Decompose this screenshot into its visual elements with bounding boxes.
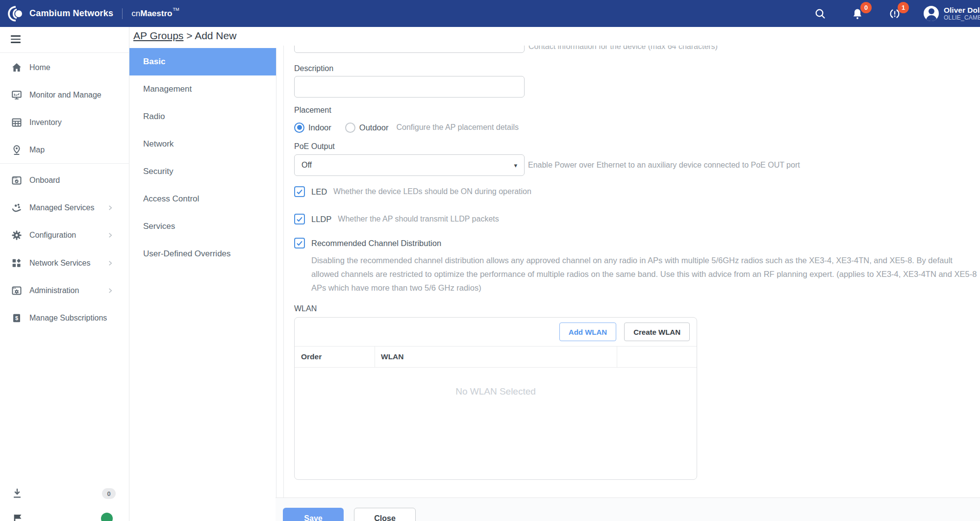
subscriptions-icon: $ <box>11 312 23 324</box>
breadcrumb-separator: > <box>186 30 192 41</box>
contact-helper-text: Contact information for the device (max … <box>528 46 718 51</box>
rcd-row: Recommended Channel Distribution <box>294 238 441 248</box>
notifications-badge: 0 <box>860 2 872 13</box>
breadcrumb-ap-groups-link[interactable]: AP Groups <box>133 30 183 41</box>
column-header-wlan: WLAN <box>375 347 617 367</box>
form-footer: Save Close <box>276 497 980 521</box>
led-label: LED <box>311 187 327 197</box>
placement-indoor-radio[interactable] <box>294 123 304 133</box>
poe-helper-text: Enable Power over Ethernet to an auxilia… <box>528 161 800 170</box>
placement-radio-group: Indoor Outdoor Configure the AP placemen… <box>294 122 519 133</box>
app-sidebar: Home Monitor and Manage Inventory Map <box>0 27 129 521</box>
home-icon <box>11 62 23 74</box>
lldp-label: LLDP <box>311 215 331 224</box>
sidebar-item-network-services[interactable]: Network Services <box>0 249 129 277</box>
lldp-row: LLDP Whether the AP should transmit LLDP… <box>294 214 499 224</box>
create-wlan-button[interactable]: Create WLAN <box>624 323 690 341</box>
tab-security[interactable]: Security <box>129 158 276 185</box>
user-menu[interactable]: Oliver Dola OLLIE_CAMBIU <box>944 6 980 22</box>
ap-group-tab-list: Basic Management Radio Network Security … <box>129 48 276 268</box>
sidebar-item-inventory[interactable]: Inventory <box>0 109 129 136</box>
sidebar-item-onboard[interactable]: Onboard <box>0 167 129 194</box>
brand-name: Cambium Networks <box>29 8 113 19</box>
save-button[interactable]: Save <box>283 508 344 521</box>
tab-column-border <box>276 48 276 497</box>
top-navbar: Cambium Networks cnMaestroTM 0 <box>0 0 980 27</box>
description-label: Description <box>294 64 333 73</box>
poe-output-label: PoE Output <box>294 142 335 151</box>
network-services-icon <box>11 257 23 269</box>
tab-management[interactable]: Management <box>129 75 276 103</box>
contact-input[interactable] <box>294 46 525 53</box>
sidebar-divider <box>0 52 129 53</box>
tab-services[interactable]: Services <box>129 213 276 240</box>
tab-network[interactable]: Network <box>129 130 276 158</box>
chevron-right-icon <box>107 204 114 211</box>
onboard-icon <box>11 174 23 186</box>
led-checkbox[interactable] <box>294 186 305 197</box>
svg-text:$: $ <box>15 315 18 321</box>
check-icon <box>296 239 303 247</box>
placement-outdoor-radio[interactable] <box>345 123 355 133</box>
map-pin-icon <box>11 144 23 156</box>
cambium-logo: Cambium Networks <box>6 4 113 24</box>
led-helper-text: Whether the device LEDs should be ON dur… <box>333 187 531 196</box>
sidebar-item-monitor-and-manage[interactable]: Monitor and Manage <box>0 81 129 109</box>
download-icon[interactable] <box>11 487 24 499</box>
placement-indoor-label: Indoor <box>308 123 331 132</box>
download-count-badge: 0 <box>102 488 116 499</box>
user-account: OLLIE_CAMBIU <box>944 15 980 22</box>
tab-access-control[interactable]: Access Control <box>129 185 276 213</box>
poe-output-value: Off <box>302 161 312 170</box>
sidebar-item-home[interactable]: Home <box>0 54 129 81</box>
lldp-checkbox[interactable] <box>294 214 305 224</box>
dropdown-caret-icon: ▾ <box>514 162 517 169</box>
header-divider <box>122 8 123 19</box>
menu-toggle-icon[interactable] <box>11 34 23 44</box>
sync-status-icon[interactable]: 1 <box>887 6 902 21</box>
notifications-bell-icon[interactable]: 0 <box>850 6 865 21</box>
sidebar-item-administration[interactable]: Administration <box>0 277 129 304</box>
rcd-label: Recommended Channel Distribution <box>311 239 441 248</box>
add-wlan-button[interactable]: Add WLAN <box>559 323 616 341</box>
sidebar-item-map[interactable]: Map <box>0 136 129 164</box>
managed-services-icon <box>11 202 23 214</box>
administration-icon <box>11 285 23 297</box>
sync-badge: 1 <box>898 2 909 13</box>
tab-basic[interactable]: Basic <box>129 48 276 75</box>
wlan-panel: Add WLAN Create WLAN Order WLAN No WLAN … <box>294 317 697 480</box>
column-header-actions <box>617 347 697 367</box>
close-button[interactable]: Close <box>354 508 416 521</box>
gear-icon <box>11 229 23 241</box>
inventory-icon <box>11 117 23 128</box>
description-input[interactable] <box>294 76 525 98</box>
basic-settings-form: Contact information for the device (max … <box>284 46 980 497</box>
sidebar-divider <box>0 163 129 164</box>
poe-output-select[interactable]: Off ▾ <box>294 154 525 176</box>
breadcrumb: AP Groups > Add New <box>133 30 236 42</box>
user-avatar-icon[interactable] <box>924 6 939 21</box>
placement-label: Placement <box>294 106 331 115</box>
user-name: Oliver Dola <box>944 6 980 15</box>
sidebar-item-configuration[interactable]: Configuration <box>0 222 129 249</box>
lldp-helper-text: Whether the AP should transmit LLDP pack… <box>338 215 499 223</box>
rcd-checkbox[interactable] <box>294 238 305 248</box>
status-green-badge <box>101 513 113 521</box>
check-icon <box>296 215 303 223</box>
announcement-flag-icon[interactable] <box>12 512 25 521</box>
wlan-table-header: Order WLAN <box>295 346 697 368</box>
check-icon <box>296 188 303 196</box>
tab-user-defined-overrides[interactable]: User-Defined Overrides <box>129 240 276 268</box>
product-name: cnMaestroTM <box>131 9 179 19</box>
cambium-swoosh-icon <box>6 4 25 24</box>
chevron-right-icon <box>107 260 114 267</box>
tab-radio[interactable]: Radio <box>129 103 276 130</box>
sidebar-item-manage-subscriptions[interactable]: $ Manage Subscriptions <box>0 304 129 332</box>
placement-outdoor-label: Outdoor <box>359 123 389 132</box>
sidebar-item-managed-services[interactable]: Managed Services <box>0 194 129 222</box>
search-icon[interactable] <box>813 6 828 21</box>
wlan-empty-state: No WLAN Selected <box>295 386 697 397</box>
wlan-section-label: WLAN <box>294 304 317 313</box>
chevron-right-icon <box>107 232 114 239</box>
monitor-icon <box>11 89 23 101</box>
